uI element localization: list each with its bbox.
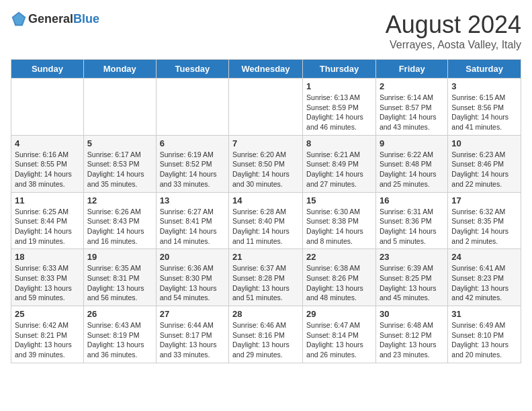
day-info: Sunrise: 6:26 AM Sunset: 8:43 PM Dayligh… bbox=[87, 207, 152, 246]
calendar-week-1: 1Sunrise: 6:13 AM Sunset: 8:59 PM Daylig… bbox=[11, 79, 521, 136]
day-number: 12 bbox=[87, 195, 152, 205]
calendar-cell: 20Sunrise: 6:36 AM Sunset: 8:30 PM Dayli… bbox=[156, 249, 228, 306]
day-info: Sunrise: 6:46 AM Sunset: 8:16 PM Dayligh… bbox=[232, 320, 299, 360]
day-info: Sunrise: 6:41 AM Sunset: 8:23 PM Dayligh… bbox=[451, 263, 517, 303]
logo-text: GeneralBlue bbox=[28, 12, 99, 26]
day-number: 18 bbox=[15, 252, 80, 262]
day-info: Sunrise: 6:25 AM Sunset: 8:44 PM Dayligh… bbox=[15, 207, 80, 246]
col-thursday: Thursday bbox=[303, 60, 376, 79]
day-number: 28 bbox=[232, 309, 299, 319]
day-number: 20 bbox=[160, 252, 225, 262]
day-info: Sunrise: 6:42 AM Sunset: 8:21 PM Dayligh… bbox=[15, 320, 80, 360]
day-number: 8 bbox=[306, 138, 372, 148]
day-info: Sunrise: 6:21 AM Sunset: 8:49 PM Dayligh… bbox=[306, 150, 372, 189]
day-info: Sunrise: 6:28 AM Sunset: 8:40 PM Dayligh… bbox=[232, 207, 299, 246]
day-number: 30 bbox=[380, 309, 444, 319]
calendar-cell: 6Sunrise: 6:19 AM Sunset: 8:52 PM Daylig… bbox=[156, 135, 228, 192]
day-number: 15 bbox=[306, 195, 372, 205]
logo-icon bbox=[11, 11, 27, 27]
calendar-cell: 13Sunrise: 6:27 AM Sunset: 8:41 PM Dayli… bbox=[156, 192, 228, 249]
day-number: 24 bbox=[451, 252, 517, 262]
calendar-week-3: 11Sunrise: 6:25 AM Sunset: 8:44 PM Dayli… bbox=[11, 192, 521, 249]
day-number: 11 bbox=[15, 195, 80, 205]
day-info: Sunrise: 6:32 AM Sunset: 8:35 PM Dayligh… bbox=[451, 207, 517, 246]
calendar-cell: 15Sunrise: 6:30 AM Sunset: 8:38 PM Dayli… bbox=[303, 192, 376, 249]
calendar-cell: 5Sunrise: 6:17 AM Sunset: 8:53 PM Daylig… bbox=[83, 135, 156, 192]
day-info: Sunrise: 6:33 AM Sunset: 8:33 PM Dayligh… bbox=[15, 263, 80, 303]
day-number: 14 bbox=[232, 195, 299, 205]
day-number: 9 bbox=[380, 138, 444, 148]
day-number: 25 bbox=[15, 309, 80, 319]
calendar-cell: 4Sunrise: 6:16 AM Sunset: 8:55 PM Daylig… bbox=[11, 135, 84, 192]
logo: GeneralBlue bbox=[11, 11, 99, 27]
day-info: Sunrise: 6:37 AM Sunset: 8:28 PM Dayligh… bbox=[232, 263, 299, 303]
calendar-cell: 23Sunrise: 6:39 AM Sunset: 8:25 PM Dayli… bbox=[375, 249, 447, 306]
day-info: Sunrise: 6:43 AM Sunset: 8:19 PM Dayligh… bbox=[87, 320, 152, 360]
calendar-cell: 14Sunrise: 6:28 AM Sunset: 8:40 PM Dayli… bbox=[229, 192, 303, 249]
calendar-cell: 19Sunrise: 6:35 AM Sunset: 8:31 PM Dayli… bbox=[83, 249, 156, 306]
day-number: 22 bbox=[306, 252, 372, 262]
day-info: Sunrise: 6:36 AM Sunset: 8:30 PM Dayligh… bbox=[160, 263, 225, 303]
header-row: Sunday Monday Tuesday Wednesday Thursday… bbox=[11, 60, 521, 79]
day-number: 5 bbox=[87, 138, 152, 148]
month-title: August 2024 bbox=[386, 11, 521, 39]
calendar-cell: 29Sunrise: 6:47 AM Sunset: 8:14 PM Dayli… bbox=[303, 306, 376, 363]
calendar-week-5: 25Sunrise: 6:42 AM Sunset: 8:21 PM Dayli… bbox=[11, 306, 521, 363]
calendar-cell: 26Sunrise: 6:43 AM Sunset: 8:19 PM Dayli… bbox=[83, 306, 156, 363]
calendar-cell: 1Sunrise: 6:13 AM Sunset: 8:59 PM Daylig… bbox=[303, 79, 376, 136]
day-number: 23 bbox=[380, 252, 444, 262]
day-info: Sunrise: 6:19 AM Sunset: 8:52 PM Dayligh… bbox=[160, 150, 225, 189]
calendar-table: Sunday Monday Tuesday Wednesday Thursday… bbox=[11, 59, 521, 363]
day-info: Sunrise: 6:49 AM Sunset: 8:10 PM Dayligh… bbox=[451, 320, 517, 360]
day-number: 10 bbox=[451, 138, 517, 148]
calendar-cell bbox=[83, 79, 156, 136]
day-info: Sunrise: 6:39 AM Sunset: 8:25 PM Dayligh… bbox=[380, 263, 444, 303]
col-sunday: Sunday bbox=[11, 60, 84, 79]
day-info: Sunrise: 6:13 AM Sunset: 8:59 PM Dayligh… bbox=[306, 93, 372, 132]
calendar-cell: 28Sunrise: 6:46 AM Sunset: 8:16 PM Dayli… bbox=[229, 306, 303, 363]
day-info: Sunrise: 6:22 AM Sunset: 8:48 PM Dayligh… bbox=[380, 150, 444, 189]
day-info: Sunrise: 6:16 AM Sunset: 8:55 PM Dayligh… bbox=[15, 150, 80, 189]
day-info: Sunrise: 6:44 AM Sunset: 8:17 PM Dayligh… bbox=[160, 320, 225, 360]
calendar-cell: 9Sunrise: 6:22 AM Sunset: 8:48 PM Daylig… bbox=[375, 135, 447, 192]
calendar-cell: 11Sunrise: 6:25 AM Sunset: 8:44 PM Dayli… bbox=[11, 192, 84, 249]
day-number: 13 bbox=[160, 195, 225, 205]
day-number: 26 bbox=[87, 309, 152, 319]
day-info: Sunrise: 6:15 AM Sunset: 8:56 PM Dayligh… bbox=[451, 93, 517, 132]
calendar-cell: 31Sunrise: 6:49 AM Sunset: 8:10 PM Dayli… bbox=[448, 306, 521, 363]
calendar-cell: 24Sunrise: 6:41 AM Sunset: 8:23 PM Dayli… bbox=[448, 249, 521, 306]
day-number: 7 bbox=[232, 138, 299, 148]
day-number: 21 bbox=[232, 252, 299, 262]
day-number: 3 bbox=[451, 81, 517, 91]
day-number: 17 bbox=[451, 195, 517, 205]
calendar-cell: 12Sunrise: 6:26 AM Sunset: 8:43 PM Dayli… bbox=[83, 192, 156, 249]
day-number: 4 bbox=[15, 138, 80, 148]
calendar-cell: 10Sunrise: 6:23 AM Sunset: 8:46 PM Dayli… bbox=[448, 135, 521, 192]
col-wednesday: Wednesday bbox=[229, 60, 303, 79]
day-number: 6 bbox=[160, 138, 225, 148]
day-info: Sunrise: 6:23 AM Sunset: 8:46 PM Dayligh… bbox=[451, 150, 517, 189]
header: GeneralBlue August 2024 Verrayes, Aosta … bbox=[11, 11, 521, 51]
day-info: Sunrise: 6:31 AM Sunset: 8:36 PM Dayligh… bbox=[380, 207, 444, 246]
calendar-cell: 8Sunrise: 6:21 AM Sunset: 8:49 PM Daylig… bbox=[303, 135, 376, 192]
day-number: 16 bbox=[380, 195, 444, 205]
day-number: 19 bbox=[87, 252, 152, 262]
col-tuesday: Tuesday bbox=[156, 60, 228, 79]
col-monday: Monday bbox=[83, 60, 156, 79]
calendar-cell bbox=[11, 79, 84, 136]
calendar-week-4: 18Sunrise: 6:33 AM Sunset: 8:33 PM Dayli… bbox=[11, 249, 521, 306]
calendar-cell bbox=[156, 79, 228, 136]
day-number: 29 bbox=[306, 309, 372, 319]
calendar-cell: 17Sunrise: 6:32 AM Sunset: 8:35 PM Dayli… bbox=[448, 192, 521, 249]
day-number: 31 bbox=[451, 309, 517, 319]
title-area: August 2024 Verrayes, Aosta Valley, Ital… bbox=[386, 11, 521, 51]
calendar-cell: 16Sunrise: 6:31 AM Sunset: 8:36 PM Dayli… bbox=[375, 192, 447, 249]
calendar-cell: 22Sunrise: 6:38 AM Sunset: 8:26 PM Dayli… bbox=[303, 249, 376, 306]
calendar-cell: 3Sunrise: 6:15 AM Sunset: 8:56 PM Daylig… bbox=[448, 79, 521, 136]
day-info: Sunrise: 6:17 AM Sunset: 8:53 PM Dayligh… bbox=[87, 150, 152, 189]
col-friday: Friday bbox=[375, 60, 447, 79]
calendar-cell: 21Sunrise: 6:37 AM Sunset: 8:28 PM Dayli… bbox=[229, 249, 303, 306]
day-info: Sunrise: 6:30 AM Sunset: 8:38 PM Dayligh… bbox=[306, 207, 372, 246]
day-info: Sunrise: 6:20 AM Sunset: 8:50 PM Dayligh… bbox=[232, 150, 299, 189]
calendar-cell: 25Sunrise: 6:42 AM Sunset: 8:21 PM Dayli… bbox=[11, 306, 84, 363]
